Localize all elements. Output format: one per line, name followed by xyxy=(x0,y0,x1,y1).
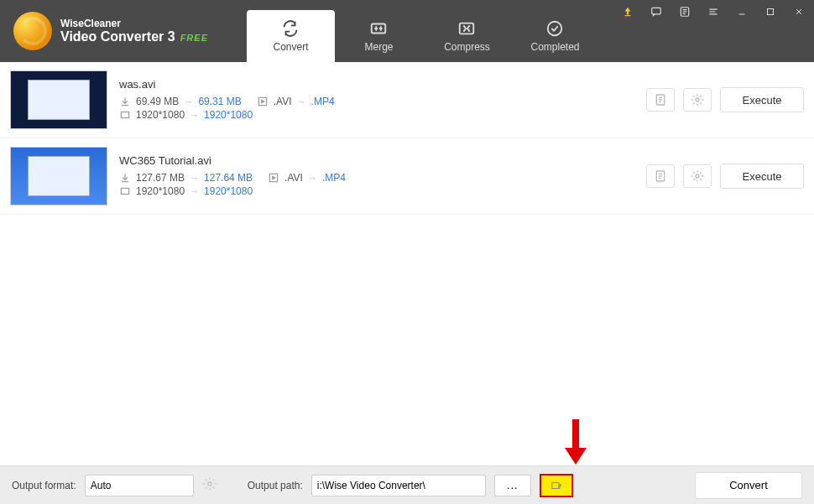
svg-point-2 xyxy=(548,22,562,36)
resolution-in: 1920*1080 xyxy=(136,109,185,121)
tab-convert-label: Convert xyxy=(273,41,308,53)
svg-rect-4 xyxy=(652,8,661,14)
browse-path-button[interactable]: ... xyxy=(494,475,531,496)
svg-rect-6 xyxy=(768,9,774,15)
format-in: .AVI xyxy=(284,172,303,184)
size-out: 69.31 MB xyxy=(198,96,241,107)
execute-button[interactable]: Execute xyxy=(720,87,804,112)
svg-rect-0 xyxy=(372,24,386,34)
brand: WiseCleaner Video Converter 3 FREE xyxy=(0,0,222,62)
file-row[interactable]: was.avi 69.49 MB → 69.31 MB .AVI → .MP4 … xyxy=(0,62,814,138)
resolution-in: 1920*1080 xyxy=(136,185,185,197)
execute-button[interactable]: Execute xyxy=(720,164,804,189)
tab-compress[interactable]: Compress xyxy=(423,10,511,62)
arrow-icon: → xyxy=(190,186,199,196)
mode-tabs: Convert Merge Compress Completed xyxy=(247,0,599,62)
file-name: was.avi xyxy=(119,78,634,91)
size-out: 127.64 MB xyxy=(204,172,253,184)
window-controls xyxy=(618,3,809,20)
file-name: WC365 Tutorial.avi xyxy=(119,154,634,167)
svg-rect-3 xyxy=(625,15,631,16)
svg-point-15 xyxy=(207,482,211,486)
file-row[interactable]: WC365 Tutorial.avi 127.67 MB → 127.64 MB… xyxy=(0,138,814,215)
output-path-label: Output path: xyxy=(248,480,303,491)
feedback-icon[interactable] xyxy=(646,3,666,20)
close-button[interactable] xyxy=(789,3,809,20)
arrow-icon: → xyxy=(190,110,199,120)
file-thumbnail xyxy=(10,70,107,129)
tab-completed-label: Completed xyxy=(530,41,579,53)
filesize-icon xyxy=(119,172,131,184)
output-path-input[interactable] xyxy=(311,475,486,496)
tasklist-icon[interactable] xyxy=(675,3,695,20)
output-format-select[interactable] xyxy=(85,475,194,496)
app-logo-icon xyxy=(13,12,52,50)
tab-merge[interactable]: Merge xyxy=(335,10,423,62)
svg-point-10 xyxy=(696,98,699,101)
format-settings-button[interactable] xyxy=(202,476,217,494)
menu-icon[interactable] xyxy=(703,3,723,20)
size-in: 69.49 MB xyxy=(136,96,179,107)
size-in: 127.67 MB xyxy=(136,172,185,184)
arrow-icon: → xyxy=(308,173,317,183)
edit-button[interactable] xyxy=(646,88,675,112)
svg-marker-18 xyxy=(565,448,587,465)
tab-completed[interactable]: Completed xyxy=(511,10,599,62)
tab-convert[interactable]: Convert xyxy=(247,10,335,62)
format-icon xyxy=(268,172,279,184)
maximize-button[interactable] xyxy=(760,3,780,20)
format-in: .AVI xyxy=(274,96,292,107)
settings-button[interactable] xyxy=(683,88,712,112)
upgrade-icon[interactable] xyxy=(618,3,638,20)
svg-rect-8 xyxy=(121,112,128,117)
brand-name: WiseCleaner xyxy=(60,18,208,29)
resolution-out: 1920*1080 xyxy=(204,185,253,197)
svg-point-14 xyxy=(696,174,699,178)
filesize-icon xyxy=(119,96,131,107)
format-out: .MP4 xyxy=(322,172,346,184)
title-bar: WiseCleaner Video Converter 3 FREE Conve… xyxy=(0,0,814,62)
arrow-icon: → xyxy=(190,173,199,183)
edit-button[interactable] xyxy=(646,164,675,188)
svg-rect-17 xyxy=(572,419,579,448)
file-thumbnail xyxy=(10,147,107,205)
convert-button[interactable]: Convert xyxy=(695,472,802,499)
svg-rect-12 xyxy=(121,188,128,194)
bottom-toolbar: Output format: Output path: ... Convert xyxy=(0,465,814,504)
open-output-folder-button[interactable] xyxy=(540,474,573,497)
settings-button[interactable] xyxy=(683,164,712,188)
resolution-icon xyxy=(119,185,131,197)
file-list: was.avi 69.49 MB → 69.31 MB .AVI → .MP4 … xyxy=(0,62,814,215)
product-name: Video Converter 3 xyxy=(60,29,175,44)
svg-rect-16 xyxy=(552,482,559,488)
annotation-arrow-icon xyxy=(563,419,588,470)
tab-merge-label: Merge xyxy=(364,41,393,53)
format-icon xyxy=(257,96,269,107)
arrow-icon: → xyxy=(297,96,306,107)
minimize-button[interactable] xyxy=(732,3,752,20)
resolution-out: 1920*1080 xyxy=(204,109,253,121)
output-format-label: Output format: xyxy=(12,480,76,491)
free-badge: FREE xyxy=(180,33,208,43)
tab-compress-label: Compress xyxy=(444,41,490,53)
arrow-icon: → xyxy=(184,96,193,107)
resolution-icon xyxy=(119,109,131,121)
format-out: .MP4 xyxy=(311,96,335,107)
